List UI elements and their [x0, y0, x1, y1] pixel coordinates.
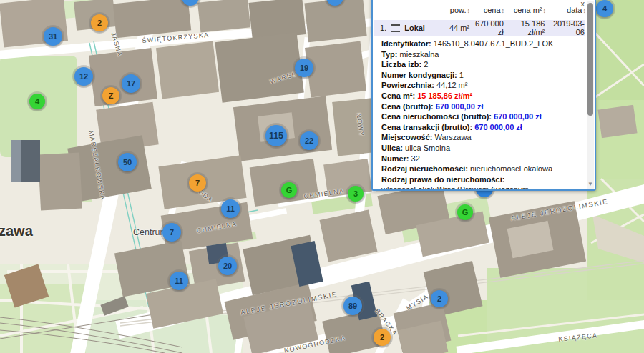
map-marker[interactable]: 17	[122, 74, 140, 93]
map-marker[interactable]: 11	[221, 199, 240, 218]
popup-scrollbar[interactable]: ▼	[587, 1, 594, 189]
detail-line: Miejscowość: Warszawa	[381, 132, 577, 143]
detail-line: Cena (brutto): 670 000,00 zł	[381, 101, 577, 112]
column-header-pow[interactable]: pow.↕	[433, 6, 470, 14]
map-marker[interactable]: 3	[348, 186, 364, 202]
city-label: zawa	[0, 223, 33, 239]
map-marker[interactable]: 7	[162, 223, 181, 242]
detail-line: Powierzchnia: 44,12 m²	[381, 80, 577, 91]
detail-line: Numer: 32	[381, 154, 577, 164]
detail-line: Ulica: ulica Smolna	[381, 143, 577, 154]
column-header-cena[interactable]: cena↕	[470, 6, 504, 14]
result-row[interactable]: 1. Lokal 44 m² 670 000 zł 15 186 zł/m² 2…	[374, 20, 585, 36]
sort-icon[interactable]: ↕	[583, 7, 587, 14]
map-marker[interactable]: 22	[300, 131, 318, 150]
map-marker[interactable]: 7	[189, 174, 206, 192]
map-marker[interactable]: 50	[118, 153, 137, 171]
popup-content: pow.↕ cena↕ cena m²↕ data↕ 1. Lokal 44 m…	[373, 3, 586, 189]
list-icon	[391, 24, 400, 32]
detail-line: Liczba izb: 2	[381, 59, 577, 70]
map-marker[interactable]: Z	[102, 87, 119, 104]
detail-line: Numer kondygnacji: 1	[381, 70, 577, 81]
detail-line: Cena m²: 15 185,86 zł/m²	[381, 91, 577, 101]
detail-line: Typ: mieszkalna	[381, 49, 577, 60]
map-marker[interactable]: 31	[44, 27, 62, 46]
map-marker[interactable]: 12	[74, 67, 93, 86]
feature-details: Identyfikator: 146510_8.0407.67.1_BUD.2_…	[381, 39, 577, 189]
map-marker[interactable]: 20	[218, 257, 237, 275]
column-header-data[interactable]: data↕	[546, 6, 586, 14]
detail-line: Cena transakcji (brutto): 670 000,00 zł	[381, 122, 577, 133]
detail-line: Identyfikator: 146510_8.0407.67.1_BUD.2_…	[381, 39, 577, 49]
map-marker[interactable]: 11	[170, 272, 188, 290]
map-marker[interactable]: 115	[265, 125, 287, 146]
column-header-cena-m2[interactable]: cena m²↕	[504, 6, 546, 14]
detail-line: Cena nieruchomości (brutto): 670 000,00 …	[381, 111, 577, 122]
detail-line: Rodzaj nieruchomości: nieruchomoscLokalo…	[381, 164, 577, 174]
row-data: 2019-03-06	[545, 19, 585, 36]
row-cena-m2: 15 186 zł/m²	[504, 19, 545, 36]
row-cena: 670 000 zł	[469, 19, 504, 36]
row-index: 1.	[380, 24, 386, 32]
map-marker[interactable]: 2	[374, 329, 391, 346]
row-name: Lokal	[404, 24, 425, 32]
map-marker[interactable]: 2	[91, 14, 108, 31]
map-marker[interactable]: G	[457, 204, 473, 220]
map-marker[interactable]: 89	[343, 297, 362, 315]
map-marker[interactable]: 2	[431, 290, 448, 307]
feature-popup: x pow.↕ cena↕ cena m²↕ data↕ 1. Lokal 44…	[371, 0, 596, 191]
map-marker[interactable]: 4	[596, 0, 613, 17]
row-pow: 44 m²	[432, 24, 469, 32]
scroll-down-arrow-icon[interactable]: ▼	[587, 180, 594, 189]
scrollbar-thumb[interactable]	[587, 3, 593, 116]
map-marker[interactable]: 19	[295, 59, 313, 77]
results-table-header: pow.↕ cena↕ cena m²↕ data↕	[373, 3, 586, 17]
detail-line: Rodzaj prawa do nieruchomości: wlasnoscL…	[381, 174, 577, 189]
map-viewport[interactable]: ŚWIĘTOKRZYSKA JASNA WARECKA MARSZAŁKOWSK…	[0, 0, 644, 353]
map-marker[interactable]: G	[281, 182, 297, 198]
map-marker[interactable]: 4	[29, 94, 45, 109]
